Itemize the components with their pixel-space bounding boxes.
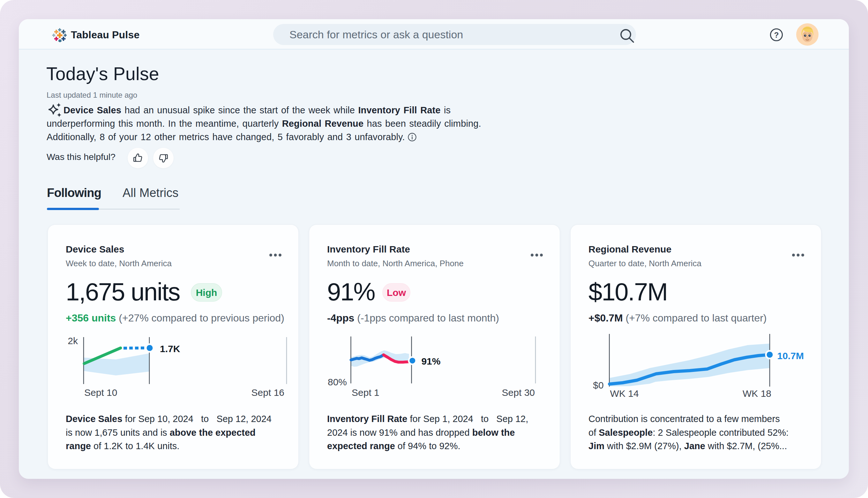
- svg-text:1.7K: 1.7K: [160, 343, 180, 354]
- svg-text:Sept 10: Sept 10: [84, 387, 117, 398]
- svg-text:$0: $0: [593, 380, 603, 390]
- svg-text:Sept 30: Sept 30: [502, 387, 535, 398]
- svg-text:WK 14: WK 14: [610, 388, 639, 399]
- svg-text:2k: 2k: [68, 336, 78, 346]
- svg-text:Sept 16: Sept 16: [252, 387, 284, 398]
- svg-text:80%: 80%: [328, 377, 347, 387]
- svg-text:WK 18: WK 18: [743, 388, 771, 399]
- svg-text:10.7M: 10.7M: [777, 351, 804, 361]
- svg-text:91%: 91%: [421, 356, 440, 366]
- svg-text:Sept 1: Sept 1: [352, 387, 379, 398]
